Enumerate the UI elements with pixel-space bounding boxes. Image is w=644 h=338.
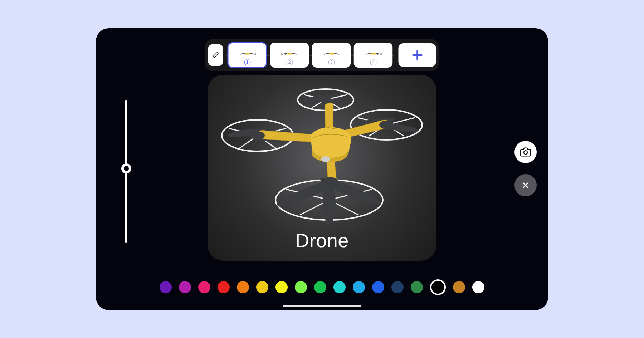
frame-thumbnail-2[interactable]: 2 (270, 43, 309, 68)
color-swatch-15[interactable] (453, 281, 465, 293)
frame-thumbnail-3[interactable]: 3 (312, 43, 351, 68)
preview-canvas[interactable]: Drone (208, 75, 436, 261)
svg-point-2 (524, 151, 527, 154)
color-swatch-1[interactable] (179, 281, 191, 293)
pencil-icon (212, 52, 219, 59)
slider-knob[interactable] (121, 163, 131, 173)
svg-point-37 (321, 177, 339, 188)
frame-thumbnail-1[interactable]: 1 (228, 42, 267, 68)
color-swatch-0[interactable] (160, 281, 172, 293)
color-swatch-14[interactable] (430, 279, 446, 295)
frame-toolbar: 1234 (205, 39, 439, 71)
close-button[interactable] (514, 174, 537, 196)
color-swatch-3[interactable] (218, 281, 230, 293)
frame-thumb-image (323, 49, 340, 58)
editor-device-frame: 1234 (96, 28, 548, 310)
svg-point-36 (320, 97, 331, 104)
color-swatch-9[interactable] (333, 281, 346, 293)
color-swatch-8[interactable] (314, 281, 326, 293)
color-swatch-4[interactable] (237, 281, 249, 293)
svg-point-34 (250, 131, 265, 140)
frame-thumb-image (365, 49, 381, 58)
frame-thumb-image (281, 49, 298, 58)
color-swatch-13[interactable] (411, 281, 423, 293)
svg-point-33 (323, 183, 336, 224)
frame-thumb-image (239, 49, 255, 58)
color-swatch-16[interactable] (472, 281, 484, 293)
canvas-label: Drone (295, 229, 349, 251)
color-swatch-11[interactable] (372, 281, 384, 293)
color-swatch-6[interactable] (275, 281, 288, 293)
frame-list: 1234 (226, 42, 394, 68)
home-indicator (283, 305, 361, 307)
vertical-slider[interactable] (121, 100, 132, 243)
color-swatch-7[interactable] (295, 281, 307, 293)
svg-point-38 (321, 156, 330, 162)
frame-index-badge: 3 (328, 59, 335, 65)
slider-track (125, 100, 127, 243)
frame-thumbnail-4[interactable]: 4 (354, 43, 393, 68)
drone-model (218, 82, 426, 225)
color-swatch-12[interactable] (391, 281, 404, 293)
svg-point-35 (379, 121, 394, 129)
frame-index-badge: 4 (370, 59, 376, 65)
color-palette (160, 279, 484, 295)
color-swatch-10[interactable] (353, 281, 365, 293)
close-icon (521, 181, 530, 190)
camera-icon (520, 147, 531, 157)
color-swatch-2[interactable] (198, 281, 210, 293)
camera-button[interactable] (514, 141, 537, 163)
frame-index-badge: 1 (244, 59, 250, 65)
add-frame-button[interactable] (399, 43, 436, 67)
frame-index-badge: 2 (286, 59, 293, 65)
color-swatch-5[interactable] (256, 281, 268, 293)
plus-icon (411, 49, 424, 62)
edit-button[interactable] (208, 44, 223, 66)
